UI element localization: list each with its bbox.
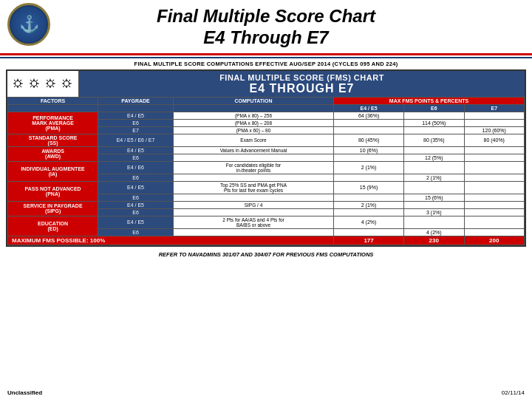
title-line2: E4 Through E7	[203, 27, 328, 47]
factor-cell: SERVICE IN PAYGRADE (SIPG)	[8, 201, 98, 216]
paygrade-cell: E6	[98, 228, 174, 236]
computation-cell: SIPG / 4	[173, 201, 333, 208]
rank-e4-icon: ⛭	[12, 76, 25, 92]
table-row: PERFORMANCE MARK AVERAGE (PMA)E4 / E5(PM…	[8, 112, 525, 119]
table-row: AWARDS (AWD)E4 / E5Values in Advancement…	[8, 146, 525, 154]
rank-e6-icon: ⛭	[44, 76, 58, 92]
computation-cell	[173, 228, 333, 236]
paygrade-cell: E4 / E6	[98, 161, 174, 174]
e6-value: 2 (1%)	[404, 174, 464, 181]
e6-value: 114 (50%)	[404, 119, 464, 126]
paygrade-cell: E4 / E5	[98, 181, 174, 194]
table-row: INDIVIDUAL AUGMENTEE (IA)E4 / E6For cand…	[8, 161, 525, 174]
table-row: STANDARD SCORE (SS)E4 / E5 / E6 / E7Exam…	[8, 134, 525, 146]
max-e4e5: 177	[334, 236, 404, 245]
e6-value	[404, 181, 464, 194]
e6-value	[404, 216, 464, 228]
max-e7: 200	[464, 236, 525, 245]
paygrade-cell: E6	[98, 208, 174, 216]
computation-cell: 2 Pts for AA/AS and 4 Pts for BA/BS or a…	[173, 216, 333, 228]
e4e5-value: 10 (6%)	[334, 146, 404, 154]
e4e5-value	[334, 208, 404, 216]
computation-cell: Exam Score	[173, 134, 333, 146]
paygrade-cell: E4 / E5	[98, 146, 174, 154]
computation-cell: Top 25% SS and PMA get PNA Pts for last …	[173, 181, 333, 194]
e4e5-value	[334, 119, 404, 126]
e6-value	[404, 146, 464, 154]
col-sub-computation	[173, 104, 333, 112]
e7-value	[464, 161, 525, 174]
rank-e7-icon: ⛭	[61, 76, 74, 92]
e7-value	[464, 201, 525, 208]
subtitle-text: FINAL MULTIPLE SCORE COMPUTATIONS EFFECT…	[0, 58, 532, 69]
e4e5-value	[334, 174, 404, 181]
factor-cell: PERFORMANCE MARK AVERAGE (PMA)	[8, 112, 98, 134]
e4e5-value: 64 (36%)	[334, 112, 404, 119]
paygrade-cell: E6	[98, 154, 174, 161]
e4e5-value	[334, 154, 404, 161]
e7-value: 80 (40%)	[464, 134, 525, 146]
computation-cell: (PMA x 60) – 80	[173, 126, 333, 134]
chart-title: FINAL MULTIPLE SCORE (FMS) CHART	[79, 73, 525, 82]
max-e6: 230	[404, 236, 464, 245]
e7-value	[464, 119, 525, 126]
factor-cell: EDUCATION (ED)	[8, 216, 98, 236]
e7-value	[464, 146, 525, 154]
paygrade-cell: E7	[98, 126, 174, 134]
e6-value: 3 (1%)	[404, 208, 464, 216]
factor-cell: STANDARD SCORE (SS)	[8, 134, 98, 146]
computation-cell: (PMA x 80) – 208	[173, 119, 333, 126]
red-divider	[0, 53, 532, 55]
col-header-maxfms: MAX FMS POINTS & PERCENTS	[334, 97, 525, 104]
table-row: PASS NOT ADVANCED (PNA)E4 / E5Top 25% SS…	[8, 181, 525, 194]
page-title: Final Multiple Score Chart E4 Through E7	[157, 6, 375, 49]
computation-cell: (PMA x 80) – 256	[173, 112, 333, 119]
paygrade-cell: E4 / E5	[98, 216, 174, 228]
e6-value	[404, 201, 464, 208]
computation-cell: For candidates eligible for in-theater p…	[173, 161, 333, 174]
paygrade-cell: E6	[98, 174, 174, 181]
e6-value	[404, 126, 464, 134]
table-row: EDUCATION (ED)E4 / E52 Pts for AA/AS and…	[8, 216, 525, 228]
fms-data-table: FACTORS PAYGRADE COMPUTATION MAX FMS POI…	[7, 97, 525, 245]
e7-value	[464, 228, 525, 236]
factor-cell: PASS NOT ADVANCED (PNA)	[8, 181, 98, 201]
e7-value	[464, 216, 525, 228]
paygrade-cell: E6	[98, 194, 174, 201]
e4e5-value: 4 (2%)	[334, 216, 404, 228]
e7-value	[464, 194, 525, 201]
chart-subtitle: E4 THROUGH E7	[79, 82, 525, 95]
rank-e5-icon: ⛭	[28, 76, 41, 92]
e7-value	[464, 208, 525, 216]
col-header-paygrade: PAYGRADE	[98, 97, 174, 104]
e6-value: 12 (5%)	[404, 154, 464, 161]
e4e5-value	[334, 228, 404, 236]
e4e5-value: 2 (1%)	[334, 161, 404, 174]
unclassified-label: Unclassified	[7, 389, 42, 396]
col-header-computation: COMPUTATION	[173, 97, 333, 104]
col-header-e4e5: E4 / E5	[334, 104, 404, 112]
max-fms-row: MAXIMUM FMS POSSIBLE: 100% 177 230 200	[8, 236, 525, 245]
e4e5-value: 2 (1%)	[334, 201, 404, 208]
factor-cell: INDIVIDUAL AUGMENTEE (IA)	[8, 161, 98, 181]
fms-chart: ⛭ ⛭ ⛭ ⛭ FINAL MULTIPLE SCORE (FMS) CHART…	[6, 69, 526, 247]
paygrade-cell: E4 / E5	[98, 201, 174, 208]
e6-value: 4 (2%)	[404, 228, 464, 236]
e4e5-value	[334, 194, 404, 201]
e7-value	[464, 174, 525, 181]
date-label: 02/11/14	[502, 389, 525, 396]
eagle-icon: ⚓	[19, 15, 39, 34]
paygrade-cell: E6	[98, 119, 174, 126]
refer-text: REFER TO NAVADMINS 301/07 AND 304/07 FOR…	[7, 251, 525, 258]
col-header-factors: FACTORS	[8, 97, 98, 104]
e4e5-value: 80 (45%)	[334, 134, 404, 146]
e6-value: 15 (6%)	[404, 194, 464, 201]
paygrade-cell: E4 / E5 / E6 / E7	[98, 134, 174, 146]
computation-cell	[173, 208, 333, 216]
e7-value: 120 (60%)	[464, 126, 525, 134]
paygrade-cell: E4 / E5	[98, 112, 174, 119]
computation-cell	[173, 154, 333, 161]
col-sub-paygrade	[98, 104, 174, 112]
e4e5-value: 15 (9%)	[334, 181, 404, 194]
e4e5-value	[334, 126, 404, 134]
